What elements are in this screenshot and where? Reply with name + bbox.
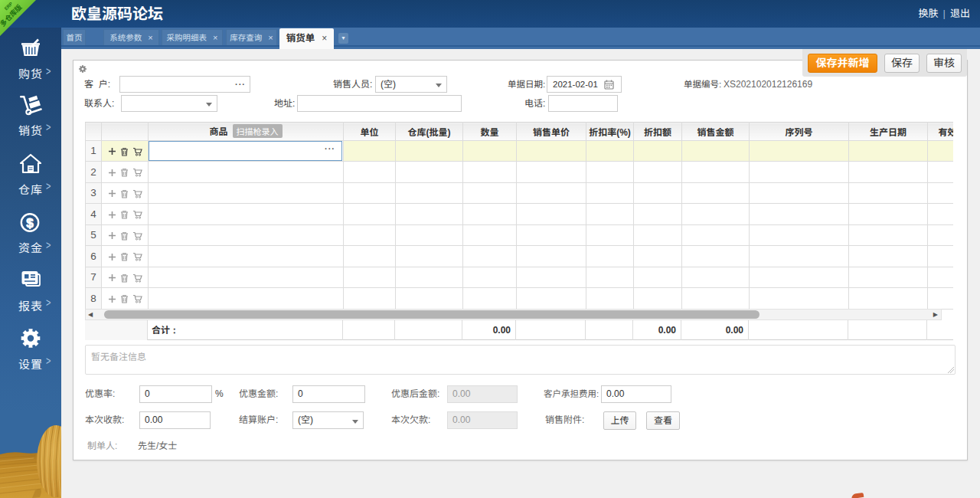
svg-text:$: $ — [26, 216, 34, 231]
